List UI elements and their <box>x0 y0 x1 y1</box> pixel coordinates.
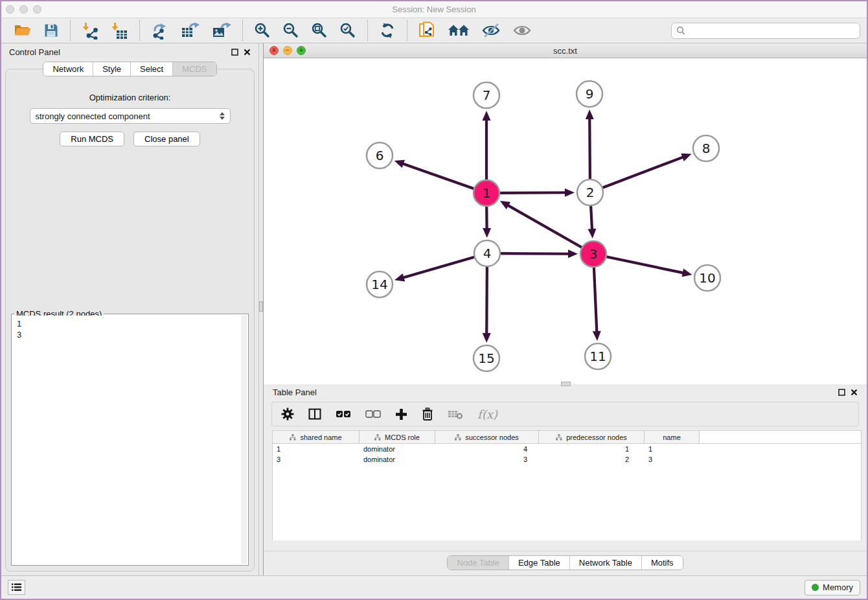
deselect-all-icon[interactable] <box>365 410 381 419</box>
export-table-icon[interactable] <box>175 20 206 41</box>
table-tabs: Node TableEdge TableNetwork TableMotifs <box>447 555 683 570</box>
optimization-criterion-label: Optimization criterion: <box>6 93 254 102</box>
node-table[interactable]: shared nameMCDS rolesuccessor nodesprede… <box>272 430 862 540</box>
cell-name: 3 <box>645 456 700 463</box>
hide-eye-icon[interactable] <box>475 20 507 41</box>
float-panel-icon[interactable] <box>231 49 238 56</box>
search-input[interactable] <box>689 26 855 35</box>
cell-shared-name: 3 <box>273 456 360 463</box>
tab-network[interactable]: Network <box>43 62 93 76</box>
table-row[interactable]: 3dominator323 <box>273 454 861 465</box>
table-tab-node-table[interactable]: Node Table <box>448 556 508 570</box>
mcds-result-text[interactable]: 1 3 <box>13 316 247 564</box>
splitter-grip[interactable] <box>259 301 263 312</box>
memory-button[interactable]: Memory <box>805 580 860 595</box>
table-panel-title: Table Panel <box>273 387 317 397</box>
node-label-6: 6 <box>376 148 384 163</box>
edge-2-8[interactable] <box>590 157 683 192</box>
node-label-15: 15 <box>478 351 494 366</box>
task-history-button[interactable] <box>8 580 25 595</box>
network-graph[interactable]: 1234678910111415 <box>264 58 867 384</box>
node-label-4: 4 <box>483 246 492 261</box>
criterion-dropdown[interactable]: strongly connected component <box>30 108 231 124</box>
table-row[interactable]: 1dominator411 <box>273 444 861 454</box>
arrowhead-4-3 <box>568 249 578 258</box>
float-table-panel-icon[interactable] <box>838 389 845 396</box>
control-panel-title: Control Panel <box>9 47 60 57</box>
toolbar-separator <box>139 20 140 41</box>
close-table-panel-icon[interactable] <box>851 389 858 396</box>
columns-icon[interactable] <box>308 408 321 421</box>
arrowhead-1-7 <box>483 111 491 121</box>
column-header-shared-name[interactable]: shared name <box>273 431 360 443</box>
close-panel-button[interactable]: Close panel <box>133 132 200 146</box>
arrowhead-4-15 <box>483 333 491 343</box>
search-field[interactable] <box>671 23 860 39</box>
window-title: Session: New Session <box>1 5 867 14</box>
network-canvas[interactable]: 1234678910111415 <box>264 58 867 384</box>
edge-3-10[interactable] <box>593 254 684 273</box>
refresh-icon[interactable] <box>373 20 402 41</box>
export-image-icon[interactable] <box>206 20 237 41</box>
node-label-10: 10 <box>699 270 715 286</box>
table-header: shared nameMCDS rolesuccessor nodesprede… <box>273 431 861 444</box>
export-network-icon[interactable] <box>145 20 175 41</box>
cell-MCDS-role: dominator <box>360 456 435 463</box>
horizontal-splitter-grip[interactable] <box>561 382 571 386</box>
vertical-splitter[interactable] <box>258 43 264 575</box>
zoom-selected-icon[interactable] <box>334 20 362 41</box>
tab-mcds[interactable]: MCDS <box>172 62 216 76</box>
zoom-fit-icon[interactable] <box>305 20 334 41</box>
houses-icon[interactable] <box>442 20 475 41</box>
cell-successor-nodes: 4 <box>435 445 539 453</box>
control-panel: Control Panel NetworkStyleSelectMCDS Opt… <box>1 43 258 575</box>
column-header-MCDS-role[interactable]: MCDS role <box>360 431 435 443</box>
table-tab-edge-table[interactable]: Edge Table <box>508 556 569 570</box>
cell-successor-nodes: 3 <box>435 456 539 463</box>
cell-predecessor-nodes: 1 <box>539 445 645 453</box>
gear-icon[interactable] <box>281 408 294 421</box>
column-header-predecessor-nodes[interactable]: predecessor nodes <box>539 431 645 443</box>
clone-network-icon[interactable] <box>413 20 442 41</box>
arrowhead-1-4 <box>483 228 491 238</box>
toolbar-separator <box>70 20 71 41</box>
cell-predecessor-nodes: 2 <box>539 456 645 463</box>
save-icon[interactable] <box>38 20 65 41</box>
import-network-icon[interactable] <box>76 20 105 41</box>
sort-hierarchy-icon <box>556 434 562 441</box>
cell-shared-name: 1 <box>273 445 360 453</box>
toolbar-separator <box>367 20 368 41</box>
function-builder-icon: f(x) <box>477 408 497 421</box>
select-all-icon[interactable] <box>336 410 351 419</box>
column-header-name[interactable]: name <box>645 431 700 443</box>
table-tab-motifs[interactable]: Motifs <box>641 556 683 570</box>
table-tab-network-table[interactable]: Network Table <box>569 556 641 570</box>
node-label-14: 14 <box>371 277 387 292</box>
arrowhead-4-14 <box>394 273 405 281</box>
edge-3-1[interactable] <box>507 205 593 254</box>
node-label-2: 2 <box>586 185 595 200</box>
run-mcds-button[interactable]: Run MCDS <box>60 132 124 146</box>
status-bar: Memory <box>1 575 867 599</box>
network-titlebar: × − + scc.txt <box>264 43 867 58</box>
arrowhead-2-8 <box>681 154 691 161</box>
network-title: scc.txt <box>264 46 867 56</box>
mcds-result-box: MCDS result (2 nodes) 1 3 <box>11 314 249 566</box>
tab-select[interactable]: Select <box>130 62 172 76</box>
node-label-11: 11 <box>589 349 606 364</box>
eye-icon[interactable] <box>507 20 538 41</box>
add-column-icon[interactable] <box>395 408 407 421</box>
result-scrollbar[interactable] <box>241 316 247 564</box>
import-table-icon[interactable] <box>105 20 134 41</box>
zoom-out-icon[interactable] <box>277 20 305 41</box>
close-panel-icon[interactable] <box>244 49 251 56</box>
arrowhead-3-10 <box>681 269 692 277</box>
sort-hierarchy-icon <box>374 434 381 441</box>
column-header-successor-nodes[interactable]: successor nodes <box>435 431 539 443</box>
zoom-in-icon[interactable] <box>248 20 277 41</box>
open-folder-icon[interactable] <box>8 20 38 41</box>
tab-style[interactable]: Style <box>93 62 130 76</box>
control-panel-tabs: NetworkStyleSelectMCDS <box>43 62 216 76</box>
memory-status-dot <box>812 584 819 591</box>
trash-icon[interactable] <box>422 408 433 421</box>
